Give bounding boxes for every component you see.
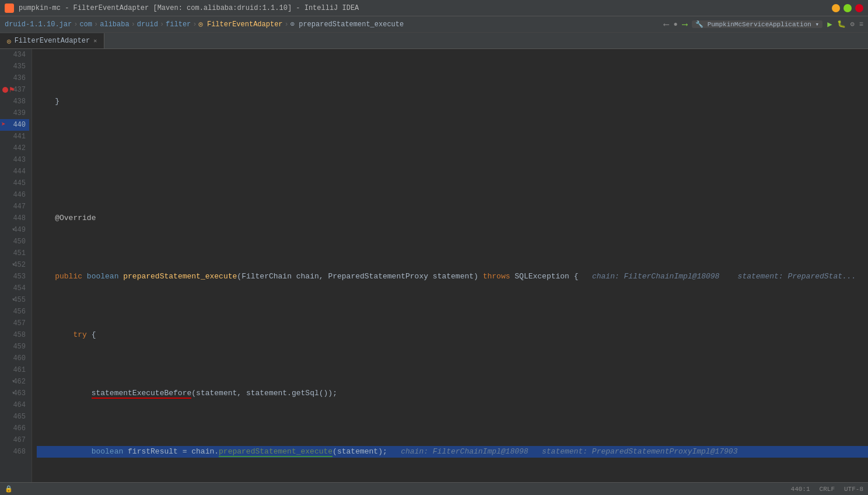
nav-back[interactable]: ⟵ <box>664 19 668 29</box>
line-439: 439 <box>0 107 29 119</box>
line-466: 466 <box>0 423 29 434</box>
maximize-button[interactable] <box>844 4 852 12</box>
minimize-button[interactable] <box>832 4 840 12</box>
tab-close-button[interactable]: ✕ <box>93 37 97 44</box>
code-line-439: statementExecuteBefore(statement, statem… <box>37 388 868 399</box>
line-436: 436 <box>0 72 29 84</box>
nav-circle[interactable]: ● <box>673 20 677 29</box>
line-437: ⚑ 437 <box>0 84 29 96</box>
line-464: 464 <box>0 399 29 411</box>
line-448: 448 <box>0 212 29 224</box>
nav-com[interactable]: com <box>79 20 92 29</box>
line-457: 457 <box>0 318 29 329</box>
code-line-437: public boolean preparedStatement_execute… <box>37 271 868 283</box>
line-numbers-gutter: 434 435 436 ⚑ 437 438 439 ➤ 440 441 442 … <box>0 49 32 482</box>
line-449: ▾ 449 <box>0 224 29 236</box>
code-line-434: } <box>37 96 868 107</box>
line-461: 461 <box>0 364 29 376</box>
line-444: 444 <box>0 166 29 177</box>
line-450: 450 <box>0 236 29 248</box>
debug-button[interactable]: 🐛 <box>837 20 846 29</box>
nav-jar[interactable]: druid-1.1.10.jar <box>5 20 72 29</box>
encoding: UTF-8 <box>844 486 863 493</box>
nav-class[interactable]: ◎ FilterEventAdapter <box>199 20 283 29</box>
tab-bar: ◎ FilterEventAdapter ✕ <box>0 33 868 49</box>
editor-container: 434 435 436 ⚑ 437 438 439 ➤ 440 441 442 … <box>0 49 868 482</box>
code-line-438: try { <box>37 329 868 341</box>
window-title: pumpkin-mc - FilterEventAdapter [Maven: … <box>19 4 832 12</box>
line-468: 468 <box>0 446 29 458</box>
code-line-435 <box>37 154 868 166</box>
nav-bar: druid-1.1.10.jar › com › alibaba › druid… <box>0 16 868 33</box>
title-bar: pumpkin-mc - FilterEventAdapter [Maven: … <box>0 0 868 16</box>
line-434: 434 <box>0 49 29 61</box>
window-controls <box>832 4 863 12</box>
line-440: ➤ 440 <box>0 119 29 131</box>
status-bar: 🔒 440:1 CRLF UTF-8 <box>0 482 868 495</box>
tab-filter-event-adapter[interactable]: ◎ FilterEventAdapter ✕ <box>0 33 104 48</box>
line-455: ▾ 455 <box>0 294 29 306</box>
nav-forward[interactable]: ⟶ <box>682 19 687 29</box>
line-459: 459 <box>0 341 29 353</box>
line-463: ▾ 463 <box>0 388 29 399</box>
line-467: 467 <box>0 434 29 446</box>
nav-method[interactable]: ⊙ preparedStatement_execute <box>290 20 404 29</box>
nav-alibaba[interactable]: alibaba <box>100 20 129 29</box>
line-465: 465 <box>0 411 29 423</box>
line-435: 435 <box>0 61 29 72</box>
line-451: 451 <box>0 248 29 259</box>
line-456: 456 <box>0 306 29 318</box>
code-area[interactable]: } @Override public boolean preparedState… <box>32 49 868 482</box>
line-447: 447 <box>0 201 29 212</box>
code-content: } @Override public boolean preparedState… <box>32 49 868 482</box>
code-line-440: boolean firstResult = chain.preparedStat… <box>37 446 868 458</box>
nav-druid[interactable]: druid <box>137 20 158 29</box>
run-config-label: 🔧 PumpkinMcServiceApplication ▾ <box>692 20 822 28</box>
nav-filter[interactable]: filter <box>166 20 191 29</box>
line-445: 445 <box>0 177 29 189</box>
line-441: 441 <box>0 131 29 142</box>
tab-icon: ◎ <box>7 37 11 45</box>
line-446: 446 <box>0 189 29 201</box>
line-458: 458 <box>0 329 29 341</box>
line-453: 453 <box>0 271 29 283</box>
close-button[interactable] <box>855 4 863 12</box>
cursor-position: 440:1 <box>791 486 810 493</box>
line-460: 460 <box>0 353 29 364</box>
line-452: ▾ 452 <box>0 259 29 271</box>
line-462: ▾ 462 <box>0 376 29 388</box>
run-button[interactable]: ▶ <box>827 19 832 29</box>
more-button[interactable]: ≡ <box>859 20 863 29</box>
nav-right-controls: ⟵ ● ⟶ 🔧 PumpkinMcServiceApplication ▾ ▶ … <box>664 19 863 29</box>
line-438: 438 <box>0 96 29 107</box>
app-icon <box>5 4 14 13</box>
tab-label: FilterEventAdapter <box>15 37 90 45</box>
line-ending: CRLF <box>820 486 835 493</box>
line-454: 454 <box>0 283 29 294</box>
line-443: 443 <box>0 154 29 166</box>
breakpoint-437[interactable] <box>2 87 8 93</box>
settings-button[interactable]: ⚙ <box>850 20 855 29</box>
status-left: 🔒 <box>5 485 13 493</box>
code-line-436: @Override <box>37 212 868 224</box>
line-442: 442 <box>0 142 29 154</box>
